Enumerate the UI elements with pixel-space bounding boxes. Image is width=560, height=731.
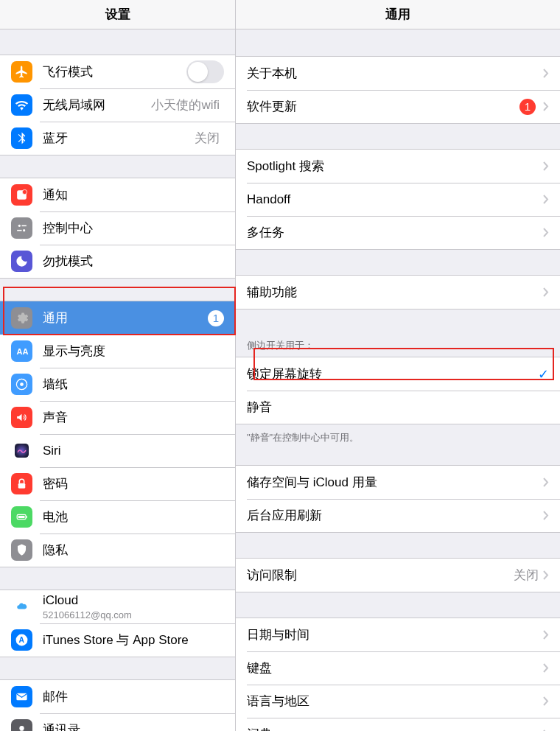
settings-row-label: 关于本机: [247, 65, 543, 82]
settings-row-label: 访问限制: [247, 567, 514, 584]
settings-row[interactable]: 软件更新1: [236, 90, 560, 123]
sidebar-item-contacts[interactable]: 通讯录: [0, 713, 235, 731]
sidebar-item-appstore[interactable]: AiTunes Store 与 App Store: [0, 623, 235, 657]
settings-row[interactable]: 关于本机: [236, 57, 560, 90]
sidebar-item-label: 飞行模式: [43, 63, 186, 80]
svg-point-4: [23, 229, 25, 231]
settings-row[interactable]: 词典: [236, 718, 560, 731]
sidebar-item-airplane[interactable]: 飞行模式: [0, 55, 235, 88]
settings-row-value: 关闭: [514, 567, 539, 584]
contacts-icon: [11, 719, 32, 731]
sidebar-item-label: 电池: [43, 508, 224, 525]
sidebar-item-label: 邮件: [43, 688, 224, 705]
settings-row[interactable]: 储存空间与 iCloud 用量: [236, 466, 560, 499]
lock-icon: [11, 473, 32, 494]
sidebar-item-display[interactable]: AA显示与亮度: [0, 335, 235, 368]
sidebar-item-privacy[interactable]: 隐私: [0, 534, 235, 567]
sidebar-item-label: 勿扰模式: [43, 253, 224, 270]
settings-row-label: 语言与地区: [247, 693, 543, 710]
section-header: 侧边开关用于：: [236, 335, 560, 357]
settings-row-label: 辅助功能: [247, 284, 543, 301]
settings-row-label: 锁定屏幕旋转: [247, 366, 538, 382]
appstore-icon: A: [11, 629, 32, 651]
sound-icon: [11, 407, 32, 428]
settings-row-label: 键盘: [247, 660, 543, 676]
svg-point-8: [20, 382, 24, 386]
settings-row-label: 静音: [247, 399, 549, 416]
sidebar-item-label: 墙纸: [43, 376, 224, 393]
sidebar-item-wifi[interactable]: 无线局域网小天使的wifi: [0, 88, 235, 122]
sidebar-item-label: iTunes Store 与 App Store: [43, 632, 224, 648]
settings-group: 日期与时间键盘语言与地区词典: [236, 618, 560, 731]
control-icon: [11, 217, 32, 239]
settings-row[interactable]: Spotlight 搜索: [236, 150, 560, 183]
privacy-icon: [11, 539, 32, 561]
settings-row[interactable]: Handoff: [236, 183, 560, 216]
wifi-icon: [11, 94, 32, 116]
sidebar-item-gear[interactable]: 通用1: [0, 301, 235, 335]
gear-icon: [11, 307, 32, 329]
settings-row-label: 软件更新: [247, 98, 519, 115]
display-icon: AA: [11, 340, 32, 362]
settings-group: 储存空间与 iCloud 用量后台应用刷新: [236, 465, 560, 533]
sidebar-item-subtitle: 521066112@qq.com: [43, 609, 224, 620]
settings-row[interactable]: 锁定屏幕旋转✓: [236, 357, 560, 391]
sidebar-item-label: 显示与亮度: [43, 343, 224, 360]
sidebar-item-control[interactable]: 控制中心: [0, 211, 235, 245]
sidebar-item-bluetooth[interactable]: 蓝牙关闭: [0, 122, 235, 155]
sidebar-item-label: 通用: [43, 309, 208, 326]
toggle-switch[interactable]: [186, 60, 224, 83]
svg-rect-13: [26, 516, 27, 518]
sidebar-item-sound[interactable]: 声音: [0, 401, 235, 434]
settings-row[interactable]: 日期与时间: [236, 618, 560, 651]
mail-icon: [11, 686, 32, 707]
sidebar-item-icloud[interactable]: iCloud521066112@qq.com: [0, 590, 235, 623]
dnd-icon: [11, 251, 32, 272]
sidebar-item-wallpaper[interactable]: 墙纸: [0, 368, 235, 401]
settings-detail: 通用 关于本机软件更新1Spotlight 搜索Handoff多任务辅助功能侧边…: [236, 0, 560, 731]
sidebar-item-label: 通讯录: [43, 721, 224, 731]
settings-row[interactable]: 后台应用刷新: [236, 499, 560, 532]
svg-rect-5: [17, 230, 21, 231]
battery-icon: [11, 506, 32, 528]
svg-rect-3: [22, 225, 27, 227]
wallpaper-icon: [11, 374, 32, 395]
settings-row-label: Handoff: [247, 192, 543, 207]
settings-row[interactable]: 键盘: [236, 651, 560, 685]
settings-group: 辅助功能: [236, 275, 560, 309]
sidebar-item-label: 控制中心: [43, 220, 224, 237]
bluetooth-icon: [11, 127, 32, 149]
settings-row-label: 储存空间与 iCloud 用量: [247, 474, 543, 491]
sidebar-group: 通知控制中心勿扰模式: [0, 178, 235, 279]
svg-rect-12: [18, 516, 25, 518]
settings-row[interactable]: 访问限制关闭: [236, 559, 560, 592]
svg-text:A: A: [19, 636, 25, 644]
svg-point-2: [18, 225, 21, 227]
notify-icon: [11, 184, 32, 206]
sidebar-item-notify[interactable]: 通知: [0, 178, 235, 211]
settings-row[interactable]: 静音: [236, 391, 560, 424]
siri-icon: [11, 440, 32, 461]
sidebar-item-label: 声音: [43, 409, 224, 426]
settings-row-label: 词典: [247, 726, 543, 731]
sidebar-item-dnd[interactable]: 勿扰模式: [0, 245, 235, 278]
settings-sidebar: 设置 飞行模式无线局域网小天使的wifi蓝牙关闭通知控制中心勿扰模式通用1AA显…: [0, 0, 236, 731]
settings-row[interactable]: 语言与地区: [236, 685, 560, 718]
settings-row[interactable]: 多任务: [236, 216, 560, 249]
sidebar-item-siri[interactable]: Siri: [0, 434, 235, 467]
sidebar-item-battery[interactable]: 电池: [0, 500, 235, 534]
settings-row[interactable]: 辅助功能: [236, 276, 560, 309]
sidebar-group: 飞行模式无线局域网小天使的wifi蓝牙关闭: [0, 55, 235, 155]
sidebar-title: 设置: [0, 0, 235, 29]
sidebar-item-mail[interactable]: 邮件: [0, 680, 235, 713]
sidebar-item-label: 通知: [43, 186, 224, 203]
sidebar-group: iCloud521066112@qq.comAiTunes Store 与 Ap…: [0, 590, 235, 657]
sidebar-item-label: 密码: [43, 475, 224, 492]
svg-point-1: [22, 189, 27, 194]
svg-rect-10: [18, 483, 26, 489]
sidebar-item-lock[interactable]: 密码: [0, 467, 235, 500]
settings-group: Spotlight 搜索Handoff多任务: [236, 149, 560, 250]
svg-point-18: [19, 726, 24, 730]
sidebar-item-value: 关闭: [195, 130, 220, 147]
sidebar-item-label: 无线局域网: [43, 97, 151, 113]
